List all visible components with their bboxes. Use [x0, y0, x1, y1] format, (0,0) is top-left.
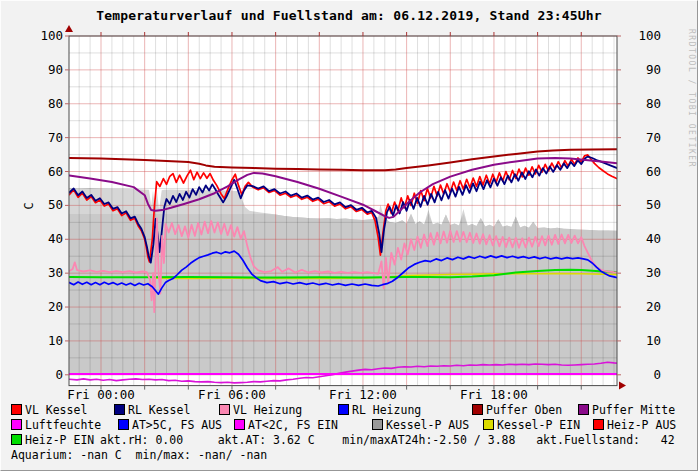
legend-row-1: VL KesselRL KesselVL HeizungRL HeizungPu…	[1, 403, 698, 418]
legend-item-label: Puffer Mitte	[592, 403, 675, 417]
y-tick-label-right: 40	[646, 231, 661, 246]
legend-item-label: Heiz-P EIN	[25, 433, 94, 447]
y-tick-label-right: 70	[646, 130, 661, 145]
legend-color-swatch	[578, 404, 589, 415]
y-tick-label-right: 30	[646, 265, 661, 280]
y-tick-label-left: 40	[48, 231, 63, 246]
y-tick-label-right: 80	[646, 96, 661, 111]
legend-row-2: LuftfeuchteAT>5C, FS AUSAT<2C, FS EINKes…	[1, 418, 698, 433]
legend-color-swatch	[219, 404, 230, 415]
legend-color-swatch	[118, 419, 129, 430]
legend-color-swatch	[472, 404, 483, 415]
legend-item-label: Kessel-P EIN	[497, 418, 580, 432]
legend-color-swatch	[483, 419, 494, 430]
legend-color-swatch	[593, 419, 604, 430]
legend-color-swatch	[234, 419, 245, 430]
y-tick-label-left: 10	[48, 333, 63, 348]
rrdtool-graph: Temperaturverlauf und Fuellstand am: 06.…	[0, 0, 698, 471]
legend-color-swatch	[114, 404, 125, 415]
legend-item-label: AT>5C, FS AUS	[132, 418, 222, 432]
y-tick-label-right: 50	[646, 197, 661, 212]
x-tick-label: Fri 12:00	[329, 387, 397, 401]
y-tick-label-right: 60	[646, 164, 661, 179]
legend-color-swatch	[372, 419, 383, 430]
y-tick-label-left: 20	[48, 299, 63, 314]
y-tick-label-left: 50	[48, 197, 63, 212]
legend-item-label: RL Heizung	[352, 403, 421, 417]
legend-color-swatch	[338, 404, 349, 415]
y-tick-label-left: 30	[48, 265, 63, 280]
legend-color-swatch	[11, 404, 22, 415]
legend-item-label: Heiz-P AUS	[607, 418, 676, 432]
y-tick-label-left: 70	[48, 130, 63, 145]
y-tick-label-left: 0	[55, 367, 63, 382]
y-tick-label-right: 10	[646, 333, 661, 348]
x-tick-label: Fri 00:00	[67, 387, 135, 401]
y-tick-label-left: 60	[48, 164, 63, 179]
legend-stats-line: akt.rH: 0.00 akt.AT: 3.62 C min/maxAT24h…	[100, 433, 675, 447]
legend-row-4: Aquarium: -nan C min/max: -nan/ -nan	[1, 448, 698, 463]
legend-item-label: Puffer Oben	[486, 403, 562, 417]
legend-item-label: Luftfeuchte	[25, 418, 101, 432]
legend-item-label: VL Kessel	[25, 403, 87, 417]
legend-color-swatch	[11, 419, 22, 430]
legend-item-label: RL Kessel	[128, 403, 190, 417]
legend-row-3: Heiz-P EINakt.rH: 0.00 akt.AT: 3.62 C mi…	[1, 433, 698, 448]
legend-item-label: AT<2C, FS EIN	[248, 418, 338, 432]
y-tick-label-left: 100	[40, 28, 63, 43]
y-tick-label-left: 90	[48, 62, 63, 77]
x-tick-label: Fri 18:00	[460, 387, 528, 401]
y-axis-arrow	[65, 25, 73, 32]
x-tick-label: Fri 06:00	[198, 387, 266, 401]
legend-item-label: Kessel-P AUS	[386, 418, 469, 432]
legend-color-swatch	[11, 434, 22, 445]
chart-canvas: 0010102020303040405050606070708080909010…	[1, 1, 698, 401]
legend-item-label: VL Heizung	[233, 403, 302, 417]
y-tick-label-left: 80	[48, 96, 63, 111]
legend-footer-aquarium: Aquarium: -nan C min/max: -nan/ -nan	[11, 448, 267, 462]
x-axis-arrow	[619, 382, 626, 390]
y-tick-label-right: 100	[638, 28, 661, 43]
y-tick-label-right: 90	[646, 62, 661, 77]
y-tick-label-right: 0	[653, 367, 661, 382]
y-tick-label-right: 20	[646, 299, 661, 314]
